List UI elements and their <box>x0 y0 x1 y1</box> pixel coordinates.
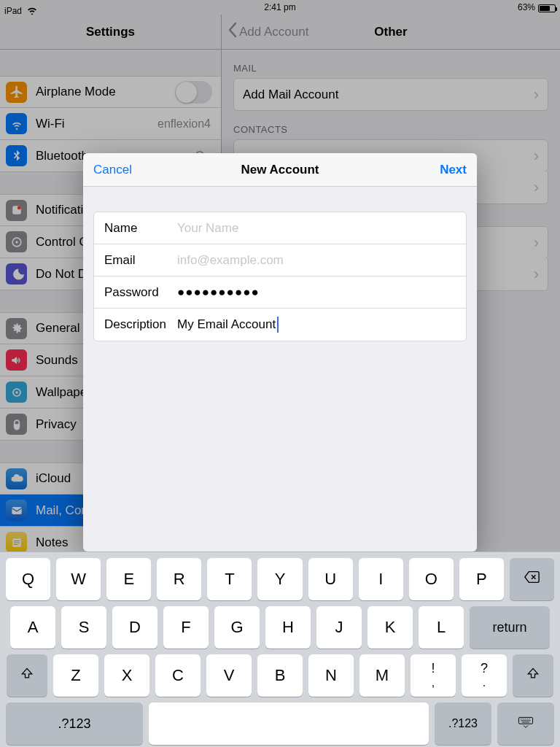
description-label: Description <box>104 317 177 332</box>
key-h[interactable]: H <box>265 606 311 649</box>
shift-icon <box>19 666 35 685</box>
key-exclaim-comma[interactable]: !, <box>411 654 456 697</box>
kbd-row-2: A S D F G H J K L return <box>6 606 554 649</box>
key-return[interactable]: return <box>470 606 550 649</box>
kbd-row-1: Q W E R T Y U I O P <box>6 558 554 600</box>
new-account-modal: Cancel New Account Next Name Email Passw… <box>83 153 477 551</box>
key-backspace[interactable] <box>510 558 554 600</box>
key-shift-left[interactable] <box>7 654 47 697</box>
key-p[interactable]: P <box>459 558 504 600</box>
key-symbols-left[interactable]: .?123 <box>6 703 143 745</box>
key-c[interactable]: C <box>155 654 201 697</box>
key-shift-right[interactable] <box>513 654 553 697</box>
key-q[interactable]: Q <box>6 558 50 600</box>
name-input[interactable] <box>177 221 456 236</box>
account-form: Name Email Password ●●●●●●●●●● Descripti… <box>93 212 467 341</box>
key-t[interactable]: T <box>207 558 252 600</box>
key-w[interactable]: W <box>56 558 101 600</box>
password-label: Password <box>104 285 177 300</box>
keyboard-dismiss-icon <box>518 715 534 732</box>
modal-nav: Cancel New Account Next <box>83 153 477 187</box>
key-symbols-right[interactable]: .?123 <box>435 703 491 745</box>
name-label: Name <box>104 221 177 236</box>
key-f[interactable]: F <box>163 606 209 649</box>
key-i[interactable]: I <box>359 558 403 600</box>
key-v[interactable]: V <box>206 654 252 697</box>
key-n[interactable]: N <box>308 654 354 697</box>
key-question-period[interactable]: ?. <box>462 654 507 697</box>
email-label: Email <box>104 253 177 268</box>
row-password: Password ●●●●●●●●●● <box>94 276 466 309</box>
key-x[interactable]: X <box>104 654 149 697</box>
key-y[interactable]: Y <box>257 558 302 600</box>
key-a[interactable]: A <box>10 606 55 649</box>
key-s[interactable]: S <box>61 606 106 649</box>
row-email: Email <box>94 244 466 276</box>
key-dismiss-keyboard[interactable] <box>497 703 554 745</box>
key-j[interactable]: J <box>316 606 362 649</box>
text-caret <box>277 317 279 333</box>
modal-title: New Account <box>241 163 319 177</box>
key-space[interactable] <box>149 703 429 745</box>
next-button[interactable]: Next <box>440 163 467 177</box>
backspace-icon <box>524 570 540 589</box>
key-u[interactable]: U <box>308 558 353 600</box>
key-r[interactable]: R <box>157 558 201 600</box>
row-description: Description My Email Account <box>94 309 466 341</box>
keyboard: Q W E R T Y U I O P A S D F G H J K L re… <box>0 551 560 747</box>
kbd-row-3: Z X C V B N M !, ?. <box>6 654 554 697</box>
key-g[interactable]: G <box>214 606 260 649</box>
key-z[interactable]: Z <box>53 654 98 697</box>
cancel-button[interactable]: Cancel <box>93 163 132 177</box>
description-input[interactable]: My Email Account <box>177 317 276 332</box>
key-k[interactable]: K <box>368 606 413 649</box>
row-name: Name <box>94 212 466 244</box>
kbd-row-4: .?123 .?123 <box>6 703 554 745</box>
key-l[interactable]: L <box>419 606 464 649</box>
key-b[interactable]: B <box>257 654 303 697</box>
key-e[interactable]: E <box>106 558 151 600</box>
shift-icon <box>525 666 541 685</box>
key-d[interactable]: D <box>112 606 158 649</box>
key-o[interactable]: O <box>409 558 454 600</box>
password-input[interactable]: ●●●●●●●●●● <box>177 285 260 300</box>
email-input[interactable] <box>177 253 456 268</box>
key-m[interactable]: M <box>359 654 405 697</box>
